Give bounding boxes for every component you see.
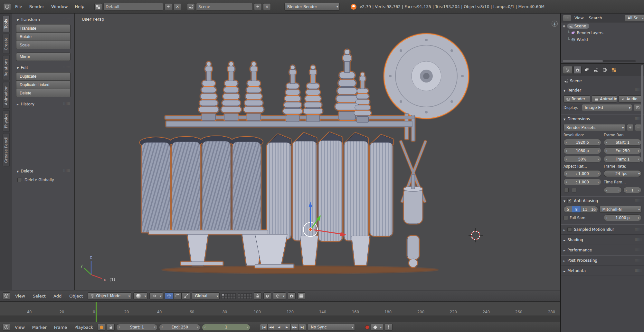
render-audio-button[interactable]: Audio bbox=[619, 95, 641, 103]
panel-grip-icon[interactable] bbox=[63, 169, 70, 173]
panel-grip-icon[interactable] bbox=[635, 88, 641, 92]
rotate-button[interactable]: Rotate bbox=[16, 33, 71, 41]
scale-manipulator-toggle[interactable] bbox=[182, 292, 190, 299]
panel-grip-icon[interactable] bbox=[635, 199, 641, 203]
render-image-button[interactable]: Render bbox=[564, 95, 590, 103]
snap-element-dropdown[interactable] bbox=[273, 292, 286, 299]
menu-help[interactable]: Help bbox=[72, 3, 87, 10]
crop-checkbox[interactable] bbox=[572, 188, 576, 192]
layer-grid-left[interactable] bbox=[222, 293, 236, 299]
tab-scene[interactable] bbox=[592, 66, 600, 74]
layer-grid-right[interactable] bbox=[238, 293, 252, 299]
frame-start-field[interactable]: Start: 1 bbox=[604, 139, 641, 146]
tab-grease-pencil[interactable]: Grease Pencil bbox=[3, 133, 10, 166]
time-remap-new-stepper[interactable]: 1 bbox=[623, 187, 641, 193]
outliner-horizontal-scrollbar[interactable] bbox=[563, 60, 636, 62]
jump-to-start-button[interactable]: |◀ bbox=[260, 324, 268, 331]
resolution-percentage-stepper[interactable]: 50% bbox=[564, 156, 601, 162]
disclosure-dot-icon[interactable]: ● bbox=[563, 24, 565, 28]
scene-field[interactable]: Scene bbox=[196, 3, 253, 11]
render-engine-dropdown[interactable]: Blender Render bbox=[284, 3, 340, 11]
current-frame-playhead[interactable] bbox=[96, 302, 97, 322]
current-frame-stepper[interactable]: 1 bbox=[202, 324, 250, 331]
viewport-shading-dropdown[interactable] bbox=[133, 292, 147, 299]
panel-grip-icon[interactable] bbox=[635, 228, 641, 232]
aa-samples-11[interactable]: 11 bbox=[581, 206, 589, 212]
antialiasing-panel-header[interactable]: Anti-Aliasing bbox=[561, 197, 644, 205]
timeline-menu-playback[interactable]: Playback bbox=[71, 324, 96, 331]
panel-grip-icon[interactable] bbox=[63, 102, 70, 106]
tab-physics[interactable]: Physics bbox=[3, 110, 10, 132]
screen-layout-browse-icon[interactable] bbox=[94, 3, 102, 10]
aa-samples-8[interactable]: 8 bbox=[572, 206, 580, 212]
dimensions-panel-header[interactable]: Dimensions bbox=[561, 115, 644, 123]
motion-blur-checkbox[interactable] bbox=[567, 227, 572, 232]
tab-tools[interactable]: Tools bbox=[3, 15, 10, 32]
display-lock-button[interactable] bbox=[634, 104, 641, 111]
menu-file[interactable]: File bbox=[12, 3, 25, 10]
timeline-ruler[interactable]: -40 -20 0 20 40 60 80 100 120 140 160 18… bbox=[0, 302, 560, 322]
aa-filter-dropdown[interactable]: Mitchell-N bbox=[600, 206, 642, 213]
performance-panel-header[interactable]: Performance bbox=[561, 245, 644, 255]
frame-end-field[interactable]: En: 250 bbox=[604, 147, 641, 154]
scene-delete-button[interactable]: ✕ bbox=[263, 3, 271, 10]
scene-browse-icon[interactable] bbox=[187, 3, 195, 10]
info-editor-type-button[interactable] bbox=[3, 3, 11, 10]
panel-grip-icon[interactable] bbox=[63, 65, 70, 70]
outliner-menu-search[interactable]: Search bbox=[587, 15, 604, 21]
translate-button[interactable]: Translate bbox=[16, 24, 71, 33]
scale-button[interactable]: Scale bbox=[16, 41, 71, 49]
tab-render-layers[interactable] bbox=[582, 66, 591, 74]
delete-operator-panel-header[interactable]: Delete bbox=[14, 167, 72, 175]
translate-manipulator-toggle[interactable] bbox=[165, 292, 173, 299]
play-reverse-button[interactable]: ◀ bbox=[275, 324, 283, 331]
tab-world[interactable] bbox=[601, 66, 609, 74]
frame-step-field[interactable]: Fram: 1 bbox=[604, 156, 641, 162]
mode-dropdown[interactable]: Object Mode bbox=[88, 292, 131, 299]
tab-texture[interactable] bbox=[610, 66, 618, 74]
snap-magnet-button[interactable] bbox=[263, 292, 271, 299]
properties-scrollbar[interactable] bbox=[641, 65, 643, 162]
viewport-menu-view[interactable]: View bbox=[12, 292, 28, 300]
shading-panel-header[interactable]: Shading bbox=[561, 235, 644, 245]
delete-globally-checkbox[interactable] bbox=[17, 178, 22, 182]
timeline-menu-marker[interactable]: Marker bbox=[29, 324, 50, 331]
pivot-point-dropdown[interactable] bbox=[149, 292, 163, 299]
metadata-panel-header[interactable]: Metadata bbox=[561, 266, 644, 276]
frame-start-stepper[interactable]: Start: 1 bbox=[116, 324, 157, 331]
outliner-menu-view[interactable]: View bbox=[573, 15, 585, 21]
screen-layout-add-button[interactable] bbox=[165, 3, 172, 10]
transform-orientation-dropdown[interactable]: Global bbox=[192, 292, 220, 299]
rotate-manipulator-toggle[interactable] bbox=[173, 292, 182, 299]
display-dropdown[interactable]: Image Ed bbox=[582, 104, 632, 111]
render-panel-header[interactable]: Render bbox=[561, 86, 644, 94]
full-sample-checkbox[interactable] bbox=[564, 216, 568, 220]
panel-grip-icon[interactable] bbox=[635, 259, 641, 263]
lock-to-scene-button[interactable] bbox=[254, 292, 261, 299]
menu-render[interactable]: Render bbox=[26, 3, 47, 10]
viewport-menu-select[interactable]: Select bbox=[30, 292, 49, 300]
av-sync-dropdown[interactable]: No Sync bbox=[308, 324, 355, 331]
lock-frame-button[interactable] bbox=[107, 324, 115, 331]
border-checkbox[interactable] bbox=[564, 188, 569, 192]
outliner-editor-type-button[interactable] bbox=[563, 15, 571, 21]
properties-editor-type-button[interactable] bbox=[563, 66, 573, 74]
outliner-row-scene[interactable]: ● Scene bbox=[561, 23, 644, 29]
play-button[interactable]: ▶ bbox=[283, 324, 291, 331]
frame-end-stepper[interactable]: End: 250 bbox=[159, 324, 200, 331]
panel-grip-icon[interactable] bbox=[635, 238, 641, 242]
history-panel-header[interactable]: History bbox=[14, 100, 72, 108]
aa-samples-5[interactable]: 5 bbox=[564, 206, 572, 212]
auto-keyframe-record-button[interactable] bbox=[365, 325, 369, 329]
outliner-row-world[interactable]: └ World bbox=[561, 36, 644, 43]
panel-grip-icon[interactable] bbox=[635, 117, 641, 121]
use-preview-range-button[interactable] bbox=[98, 324, 105, 331]
render-presets-dropdown[interactable]: Render Presets bbox=[564, 124, 625, 131]
delete-button[interactable]: Delete bbox=[16, 89, 71, 97]
time-remap-old-stepper[interactable] bbox=[604, 187, 622, 193]
sampled-motion-blur-header[interactable]: Sampled Motion Blur bbox=[561, 225, 644, 234]
resolution-y-stepper[interactable]: 1080 p bbox=[564, 147, 601, 154]
filter-size-stepper[interactable]: 1.000 p bbox=[604, 214, 641, 221]
screen-layout-field[interactable]: Default bbox=[103, 3, 163, 11]
keying-set-dropdown[interactable] bbox=[371, 324, 383, 331]
